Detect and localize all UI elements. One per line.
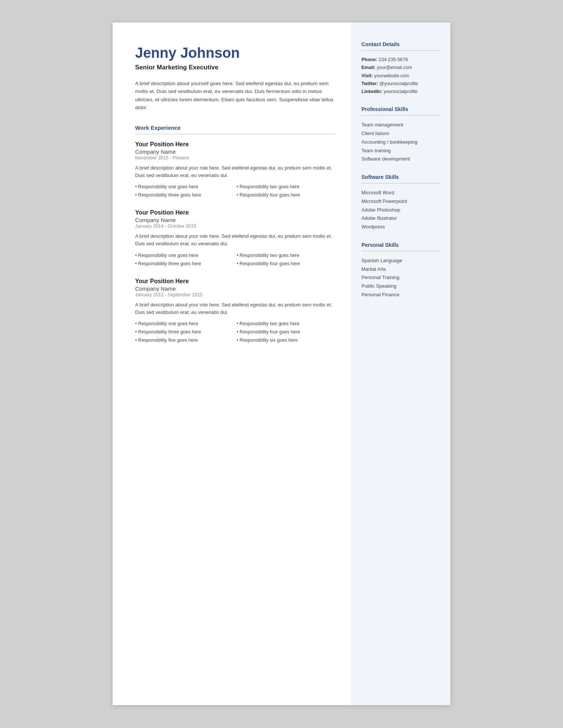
job-2-position: Your Position Here bbox=[135, 209, 334, 216]
job-1-dates: November 2015 - Present bbox=[135, 155, 334, 161]
pers-skill-5: Personal Finance bbox=[361, 291, 440, 299]
professional-skills-header: Professional Skills bbox=[361, 106, 440, 112]
personal-skills-divider bbox=[361, 251, 440, 251]
job-1-resp-3: Responsibility three goes here bbox=[135, 191, 233, 199]
candidate-title: Senior Marketing Executive bbox=[135, 64, 334, 71]
right-column: Contact Details Phone: 234-235-5678 Emai… bbox=[351, 23, 450, 705]
email-value: your@email.com bbox=[377, 65, 412, 70]
job-1-description: A brief description about your role here… bbox=[135, 164, 334, 179]
job-3-resp-4: Responsibility four goes here bbox=[237, 328, 335, 336]
left-column: Jenny Johnson Senior Marketing Executive… bbox=[113, 23, 351, 705]
contact-divider bbox=[361, 50, 440, 51]
candidate-name: Jenny Johnson bbox=[135, 45, 334, 62]
soft-skill-4: Adobe Illustrator bbox=[361, 214, 440, 223]
job-2-responsibilities: Responsibility one goes here Responsibil… bbox=[135, 252, 334, 267]
phone-value: 234-235-5678 bbox=[379, 57, 408, 62]
professional-skills-divider bbox=[361, 115, 440, 116]
job-3-responsibilities: Responsibility one goes here Responsibil… bbox=[135, 320, 334, 344]
job-3-resp-3: Responsibility three goes here bbox=[135, 328, 233, 336]
job-1-resp-1: Responsibility one goes here bbox=[135, 183, 233, 191]
linkedin-value: yoursocialprofile bbox=[384, 89, 417, 94]
prof-skill-2: Client liaison bbox=[361, 129, 440, 138]
job-3-resp-2: Responsibility two goes here bbox=[237, 320, 335, 327]
job-3-description: A brief description about your role here… bbox=[135, 301, 334, 316]
work-experience-header: Work Experience bbox=[135, 125, 334, 131]
contact-email: Email: your@email.com bbox=[361, 64, 440, 72]
soft-skill-2: Microsoft Powerpoint bbox=[361, 197, 440, 206]
contact-visit: Visit: yourwebsite.com bbox=[361, 72, 440, 80]
job-2-resp-2: Responsibility two goes here bbox=[237, 252, 335, 259]
contact-phone: Phone: 234-235-5678 bbox=[361, 56, 440, 64]
job-2-company: Company Name bbox=[135, 217, 334, 223]
resume-page: Jenny Johnson Senior Marketing Executive… bbox=[113, 23, 450, 705]
job-2-dates: January 2014 - October 2015 bbox=[135, 224, 334, 229]
contact-linkedin: LinkedIn: yoursocialprofile bbox=[361, 88, 440, 96]
visit-label: Visit: bbox=[361, 73, 373, 78]
job-1: Your Position Here Company Name November… bbox=[135, 141, 334, 199]
soft-skill-3: Adobe Photoshop bbox=[361, 206, 440, 215]
job-3-company: Company Name bbox=[135, 285, 334, 292]
email-label: Email: bbox=[361, 65, 376, 70]
prof-skill-1: Team management bbox=[361, 121, 440, 129]
soft-skill-1: Microsoft Word bbox=[361, 189, 440, 197]
job-3-resp-6: Responsibility six goes here bbox=[237, 336, 335, 344]
pers-skill-4: Public Speaking bbox=[361, 282, 440, 291]
phone-label: Phone: bbox=[361, 57, 377, 62]
twitter-value: @yoursocialprofile bbox=[379, 81, 418, 86]
prof-skill-4: Team training bbox=[361, 147, 440, 155]
pers-skill-2: Martial Arts bbox=[361, 265, 440, 274]
software-skills-divider bbox=[361, 183, 440, 183]
job-3-resp-5: Responsibility five goes here bbox=[135, 336, 233, 344]
contact-header: Contact Details bbox=[361, 41, 440, 47]
professional-skills-section: Professional Skills Team management Clie… bbox=[361, 106, 440, 164]
job-3-dates: January 2012 - September 2015 bbox=[135, 292, 334, 297]
pers-skill-1: Spanish Language bbox=[361, 257, 440, 265]
linkedin-label: LinkedIn: bbox=[361, 89, 382, 94]
soft-skill-5: Wordpress bbox=[361, 223, 440, 231]
job-1-company: Company Name bbox=[135, 149, 334, 155]
software-skills-section: Software Skills Microsoft Word Microsoft… bbox=[361, 174, 440, 231]
prof-skill-5: Software development bbox=[361, 155, 440, 164]
work-experience-divider bbox=[135, 134, 334, 134]
job-2-resp-3: Responsibility three goes here bbox=[135, 260, 233, 267]
pers-skill-3: Personal Training bbox=[361, 273, 440, 282]
prof-skill-3: Accounting / bookkeeping bbox=[361, 138, 440, 147]
visit-value: yourwebsite.com bbox=[374, 73, 409, 78]
candidate-bio: A brief description about yourself goes … bbox=[135, 80, 334, 112]
job-2-resp-1: Responsibility one goes here bbox=[135, 252, 233, 259]
job-3: Your Position Here Company Name January … bbox=[135, 278, 334, 344]
job-1-position: Your Position Here bbox=[135, 141, 334, 148]
twitter-label: Twitter: bbox=[361, 81, 378, 86]
personal-skills-section: Personal Skills Spanish Language Martial… bbox=[361, 242, 440, 299]
job-1-responsibilities: Responsibility one goes here Responsibil… bbox=[135, 183, 334, 199]
software-skills-header: Software Skills bbox=[361, 174, 440, 180]
job-2-description: A brief description about your role here… bbox=[135, 233, 334, 248]
job-1-resp-2: Responsibility two goes here bbox=[237, 183, 335, 191]
job-2: Your Position Here Company Name January … bbox=[135, 209, 334, 267]
job-3-position: Your Position Here bbox=[135, 278, 334, 285]
job-3-resp-1: Responsibility one goes here bbox=[135, 320, 233, 327]
personal-skills-header: Personal Skills bbox=[361, 242, 440, 248]
job-2-resp-4: Responsibility four goes here bbox=[237, 260, 335, 267]
job-1-resp-4: Responsibility four goes here bbox=[237, 191, 335, 199]
contact-section: Contact Details Phone: 234-235-5678 Emai… bbox=[361, 41, 440, 96]
contact-twitter: Twitter: @yoursocialprofile bbox=[361, 80, 440, 88]
